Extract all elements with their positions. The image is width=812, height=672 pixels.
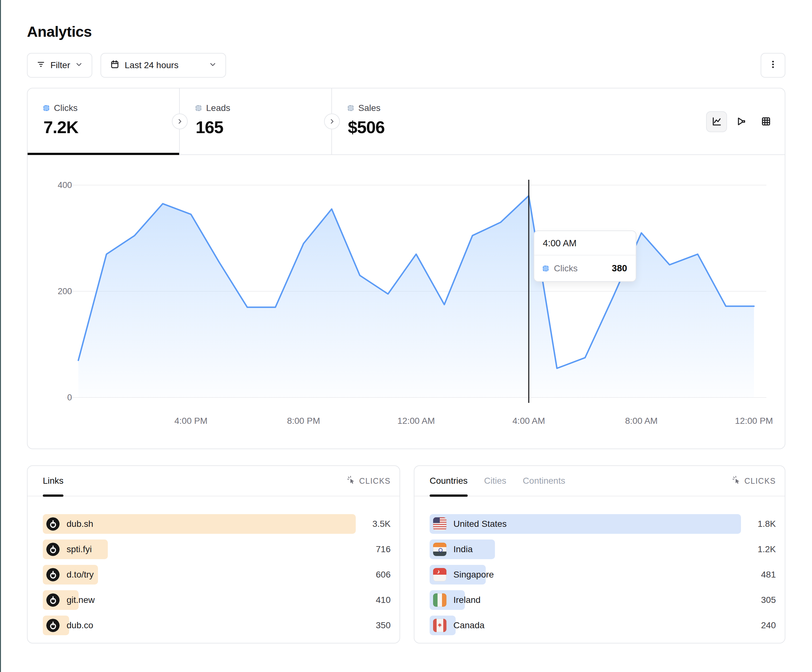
chart-tooltip: 4:00 AM Clicks 380 <box>534 230 636 282</box>
row-label: d.to/try <box>67 570 94 580</box>
countries-metric-selector[interactable]: CLICKS <box>732 476 776 486</box>
row-label: spti.fyi <box>67 544 92 554</box>
row-value: 1.8K <box>757 519 776 529</box>
row-label: Canada <box>454 620 484 631</box>
table-row[interactable]: dub.co 350 <box>43 616 391 635</box>
tab-clicks-label: Clicks <box>54 103 78 113</box>
calendar-icon <box>110 59 120 72</box>
line-chart-view-button[interactable] <box>706 111 727 132</box>
filter-button[interactable]: Filter <box>27 53 92 78</box>
svg-text:4:00 AM: 4:00 AM <box>512 416 545 426</box>
line-chart-icon <box>711 116 722 128</box>
tab-continents-label: Continents <box>523 476 565 486</box>
tab-sales-label: Sales <box>358 103 380 113</box>
row-label: git.new <box>67 595 95 605</box>
row-value: 1.2K <box>757 544 776 554</box>
svg-text:200: 200 <box>58 287 72 296</box>
svg-text:0: 0 <box>67 393 72 402</box>
window-edge-accent <box>0 0 1 672</box>
countries-metric-label: CLICKS <box>744 476 776 486</box>
table-grid-icon <box>760 116 772 128</box>
links-panel: Links CLICKS dub.sh 3.5K spti.fyi <box>27 465 400 643</box>
table-row[interactable]: dub.sh 3.5K <box>43 514 391 534</box>
page-title: Analytics <box>27 23 785 40</box>
funnel-icon <box>735 116 747 128</box>
filter-lines-icon <box>36 60 46 71</box>
tab-sales[interactable]: Sales $506 <box>332 89 483 154</box>
tab-cities-label: Cities <box>484 476 507 486</box>
tab-continents[interactable]: Continents <box>523 466 565 496</box>
links-metric-label: CLICKS <box>359 476 391 486</box>
tab-countries[interactable]: Countries <box>430 466 467 496</box>
svg-text:12:00 AM: 12:00 AM <box>397 416 435 426</box>
tab-sales-value: $506 <box>348 117 483 137</box>
date-range-button[interactable]: Last 24 hours <box>101 53 226 78</box>
more-options-button[interactable] <box>761 53 785 78</box>
table-row[interactable]: Canada 240 <box>430 616 776 635</box>
countries-list: United States 1.8K India 1.2K Singapore … <box>415 496 785 635</box>
sales-legend-icon <box>348 105 353 111</box>
tab-leads-value: 165 <box>196 117 331 137</box>
svg-text:400: 400 <box>58 180 72 190</box>
table-row[interactable]: United States 1.8K <box>430 514 776 534</box>
clicks-legend-icon <box>543 266 549 271</box>
table-row[interactable]: spti.fyi 716 <box>43 539 391 559</box>
row-value: 240 <box>761 620 776 631</box>
in-flag-icon <box>433 543 447 556</box>
us-flag-icon <box>433 517 447 530</box>
svg-text:8:00 PM: 8:00 PM <box>287 416 320 426</box>
chevron-down-icon <box>209 60 217 71</box>
table-row[interactable]: git.new 410 <box>43 590 391 610</box>
row-label: India <box>454 544 473 554</box>
row-value: 410 <box>376 595 391 605</box>
tab-links-label: Links <box>43 476 63 486</box>
area-chart-canvas: 02004004:00 PM8:00 PM12:00 AM4:00 AM8:00… <box>27 155 785 448</box>
ie-flag-icon <box>433 594 447 607</box>
table-row[interactable]: d.to/try 606 <box>43 565 391 585</box>
tooltip-series-label: Clicks <box>554 263 578 273</box>
table-row[interactable]: Ireland 305 <box>430 590 776 610</box>
clicks-timeseries-chart[interactable]: 02004004:00 PM8:00 PM12:00 AM4:00 AM8:00… <box>27 155 785 448</box>
tab-clicks-value: 7.2K <box>43 117 179 137</box>
table-row[interactable]: Singapore 481 <box>430 565 776 585</box>
row-value: 3.5K <box>372 519 391 529</box>
filter-button-label: Filter <box>50 60 70 70</box>
tab-links[interactable]: Links <box>43 466 63 496</box>
countries-panel: Countries Cities Continents CLICKS <box>414 465 785 643</box>
row-value: 716 <box>376 544 391 554</box>
dub-favicon-icon <box>46 568 60 582</box>
breakdown-panels: Links CLICKS dub.sh 3.5K spti.fyi <box>27 465 785 643</box>
links-metric-selector[interactable]: CLICKS <box>347 476 391 486</box>
tooltip-value: 380 <box>612 263 627 273</box>
table-row[interactable]: India 1.2K <box>430 539 776 559</box>
row-label: dub.co <box>67 620 93 631</box>
cursor-click-icon <box>732 476 741 486</box>
tooltip-time: 4:00 AM <box>534 231 636 256</box>
tab-leads[interactable]: Leads 165 <box>180 89 331 154</box>
leads-legend-icon <box>196 105 201 111</box>
analytics-chart-card: Clicks 7.2K Leads 165 <box>27 88 785 449</box>
ca-flag-icon <box>433 619 447 632</box>
tab-leads-label: Leads <box>206 103 230 113</box>
date-range-label: Last 24 hours <box>125 60 179 70</box>
table-view-button[interactable] <box>756 111 776 132</box>
stat-tabs: Clicks 7.2K Leads 165 <box>27 89 785 155</box>
svg-text:8:00 AM: 8:00 AM <box>625 416 658 426</box>
dub-favicon-icon <box>46 517 60 530</box>
row-label: dub.sh <box>67 519 93 529</box>
funnel-view-button[interactable] <box>731 111 752 132</box>
kebab-menu-icon <box>768 60 778 71</box>
tab-clicks[interactable]: Clicks 7.2K <box>27 89 179 154</box>
toolbar: Filter Last 24 hours <box>27 53 785 78</box>
row-value: 606 <box>376 570 391 580</box>
chart-type-toolbar <box>706 111 776 132</box>
svg-text:4:00 PM: 4:00 PM <box>174 416 207 426</box>
tab-cities[interactable]: Cities <box>484 466 507 496</box>
dub-favicon-icon <box>46 619 60 632</box>
row-value: 305 <box>761 595 776 605</box>
dub-favicon-icon <box>46 543 60 556</box>
row-label: Singapore <box>454 570 494 580</box>
row-label: Ireland <box>454 595 481 605</box>
dub-favicon-icon <box>46 594 60 607</box>
row-value: 350 <box>376 620 391 631</box>
